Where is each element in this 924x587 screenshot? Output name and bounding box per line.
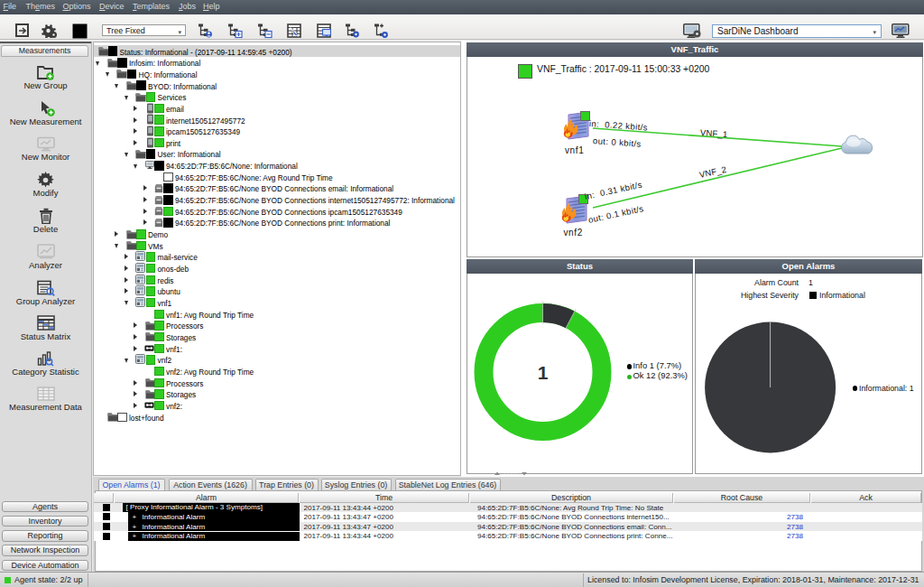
svg-text:1: 1 [538, 362, 549, 383]
